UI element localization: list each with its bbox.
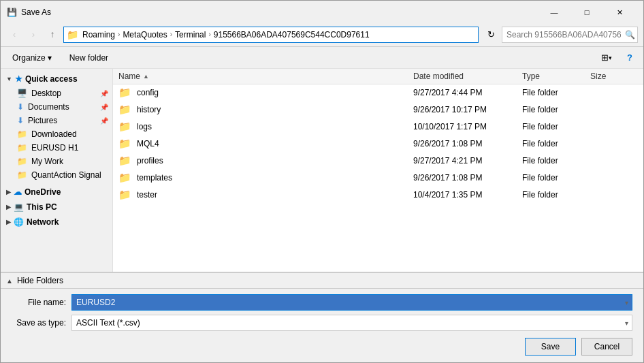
app-icon: 💾 xyxy=(6,7,17,18)
folder-icon: 📁 xyxy=(118,138,131,150)
onedrive-chevron: ▶ xyxy=(6,189,11,195)
folder-icon: 📁 xyxy=(17,143,27,153)
desktop-icon: 🖥️ xyxy=(17,89,27,98)
file-name-input[interactable] xyxy=(71,294,632,311)
file-pane: Name ▲ Date modified Type Size 📁 config xyxy=(113,69,643,272)
hide-folders-label: Hide Folders xyxy=(17,276,63,285)
network-icon: 🌐 xyxy=(14,217,24,227)
save-as-type-row: Save as type: ASCII Text (*.csv) ▾ xyxy=(12,315,632,331)
file-name-label: File name: xyxy=(12,298,66,307)
hide-folders-row[interactable]: ▲ Hide Folders xyxy=(1,272,643,288)
main-content: ▼ ★ Quick access 🖥️ Desktop 📌 ⬇ Document… xyxy=(1,69,643,272)
column-name-header[interactable]: Name ▲ xyxy=(118,72,413,81)
up-button[interactable]: ↑ xyxy=(44,27,61,43)
refresh-button[interactable]: ↻ xyxy=(483,27,499,43)
breadcrumb: 📁 Roaming › MetaQuotes › Terminal › 9155… xyxy=(67,29,370,40)
bottom-bar: File name: ▾ Save as type: ASCII Text (*… xyxy=(1,288,643,362)
computer-icon: 💻 xyxy=(14,202,24,212)
sidebar-item-pictures[interactable]: ⬇ Pictures 📌 xyxy=(1,114,112,127)
thispc-label: This PC xyxy=(27,202,57,212)
onedrive-icon: ☁ xyxy=(14,187,22,197)
table-row[interactable]: 📁 MQL4 9/26/2017 1:08 PM File folder xyxy=(113,136,643,153)
minimize-button[interactable]: — xyxy=(538,5,570,19)
cancel-button[interactable]: Cancel xyxy=(581,338,632,356)
sidebar-section-network[interactable]: ▶ 🌐 Network xyxy=(1,215,112,230)
secondary-toolbar: Organize ▾ New folder ⊞ ▾ ? xyxy=(1,47,643,69)
download-folder-icon: 📁 xyxy=(17,129,27,139)
file-name-row: File name: ▾ xyxy=(12,294,632,311)
folder-icon: 📁 xyxy=(118,189,131,201)
table-row[interactable]: 📁 templates 9/26/2017 1:08 PM File folde… xyxy=(113,170,643,187)
table-row[interactable]: 📁 tester 10/4/2017 1:35 PM File folder xyxy=(113,187,643,204)
title-bar: 💾 Save As — □ ✕ xyxy=(1,1,643,22)
back-button[interactable]: ‹ xyxy=(6,27,22,43)
hide-folders-chevron: ▲ xyxy=(6,277,13,285)
save-type-select-wrapper: ASCII Text (*.csv) ▾ xyxy=(71,315,632,331)
sidebar-item-eurusd-h1[interactable]: 📁 EURUSD H1 xyxy=(1,141,112,155)
quick-access-star-icon: ★ xyxy=(15,74,22,84)
sidebar-section-thispc[interactable]: ▶ 💻 This PC xyxy=(1,200,112,215)
folder-icon: 📁 xyxy=(118,172,131,184)
maximize-button[interactable]: □ xyxy=(571,5,602,19)
table-row[interactable]: 📁 logs 10/10/2017 1:17 PM File folder xyxy=(113,119,643,136)
sidebar-item-desktop[interactable]: 🖥️ Desktop 📌 xyxy=(1,86,112,100)
organize-dropdown-icon: ▾ xyxy=(48,53,52,63)
network-chevron: ▶ xyxy=(6,219,11,225)
quick-access-chevron: ▼ xyxy=(6,76,12,82)
save-as-type-label: Save as type: xyxy=(12,318,66,328)
thispc-chevron: ▶ xyxy=(6,204,11,210)
table-row[interactable]: 📁 profiles 9/27/2017 4:21 PM File folder xyxy=(113,153,643,170)
sidebar-item-label: QuantAction Signal xyxy=(31,170,101,180)
folder-icon: 📁 xyxy=(17,157,27,166)
sidebar-item-label: Pictures xyxy=(28,116,57,125)
organize-button[interactable]: Organize ▾ xyxy=(6,51,58,65)
forward-button[interactable]: › xyxy=(25,27,42,43)
view-dropdown-icon: ▾ xyxy=(609,54,612,61)
pin-icon: 📌 xyxy=(100,90,108,97)
close-button[interactable]: ✕ xyxy=(604,5,635,19)
save-button[interactable]: Save xyxy=(525,338,576,356)
view-icon: ⊞ xyxy=(601,52,609,63)
folder-icon: 📁 xyxy=(118,86,131,99)
column-size-header[interactable]: Size xyxy=(590,72,638,81)
table-row[interactable]: 📁 config 9/27/2017 4:44 PM File folder xyxy=(113,84,643,101)
window-controls: — □ ✕ xyxy=(538,5,635,19)
sidebar-item-label: Downloaded xyxy=(31,129,77,139)
sidebar-item-downloaded[interactable]: 📁 Downloaded xyxy=(1,127,112,141)
documents-icon: ⬇ xyxy=(17,102,24,112)
folder-icon: 📁 xyxy=(118,155,131,167)
sidebar-section-onedrive[interactable]: ▶ ☁ OneDrive xyxy=(1,185,112,200)
search-icon: 🔍 xyxy=(625,30,635,40)
bottom-section: ▲ Hide Folders File name: ▾ Save as type… xyxy=(1,272,643,362)
sidebar-section-quick-access[interactable]: ▼ ★ Quick access xyxy=(1,72,112,86)
folder-icon: 📁 xyxy=(118,121,131,133)
breadcrumb-bar[interactable]: 📁 Roaming › MetaQuotes › Terminal › 9155… xyxy=(63,27,479,43)
column-date-header[interactable]: Date modified xyxy=(413,72,522,81)
sidebar-item-documents[interactable]: ⬇ Documents 📌 xyxy=(1,100,112,114)
column-type-header[interactable]: Type xyxy=(522,72,590,81)
sort-arrow: ▲ xyxy=(143,73,149,80)
sidebar-item-label: My Work xyxy=(31,157,63,166)
sidebar-item-quantaction-signal[interactable]: 📁 QuantAction Signal xyxy=(1,168,112,182)
sidebar-item-label: Documents xyxy=(28,102,69,112)
network-label: Network xyxy=(27,217,59,227)
dialog-buttons: Save Cancel xyxy=(12,335,632,357)
save-type-select[interactable]: ASCII Text (*.csv) xyxy=(71,315,632,331)
table-row[interactable]: 📁 history 9/26/2017 10:17 PM File folder xyxy=(113,101,643,119)
dialog-title: Save As xyxy=(21,7,538,17)
file-name-input-wrapper: ▾ xyxy=(71,294,632,311)
folder-icon: 📁 xyxy=(118,104,131,116)
help-button[interactable]: ? xyxy=(622,50,638,66)
sidebar-item-my-work[interactable]: 📁 My Work xyxy=(1,155,112,168)
search-input[interactable] xyxy=(502,27,638,43)
folder-icon: 📁 xyxy=(17,170,27,180)
pictures-icon: ⬇ xyxy=(17,116,24,125)
save-as-dialog: 💾 Save As — □ ✕ ‹ › ↑ 📁 Roaming › MetaQu… xyxy=(0,0,644,363)
sidebar-item-label: EURUSD H1 xyxy=(31,143,78,153)
new-folder-button[interactable]: New folder xyxy=(63,51,114,65)
quick-access-label: Quick access xyxy=(25,74,78,84)
file-list-header: Name ▲ Date modified Type Size xyxy=(113,69,643,84)
pin-icon: 📌 xyxy=(100,117,108,125)
navigation-toolbar: ‹ › ↑ 📁 Roaming › MetaQuotes › Terminal … xyxy=(1,22,643,47)
view-button[interactable]: ⊞ ▾ xyxy=(597,50,616,66)
